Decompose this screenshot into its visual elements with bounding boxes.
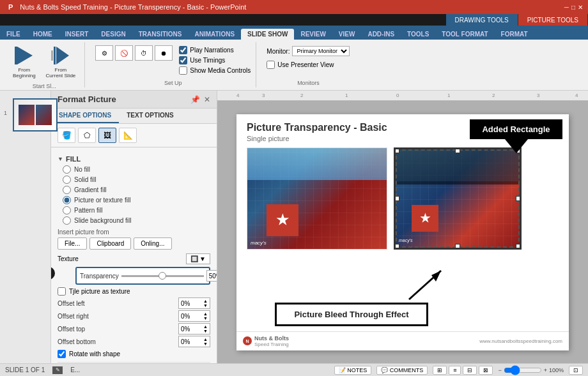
online-button[interactable]: Onling... bbox=[134, 237, 171, 250]
format-panel-close-btn[interactable]: ✕ bbox=[204, 95, 210, 104]
texture-picker[interactable]: 🔲 ▼ bbox=[186, 253, 210, 264]
context-tabs: DRAWING TOOLS PICTURE TOOLS bbox=[0, 14, 588, 26]
tile-picture-checkbox[interactable]: Tjle picture as texture bbox=[58, 287, 210, 296]
tab-shape-options[interactable]: SHAPE OPTIONS bbox=[51, 109, 119, 123]
play-narrations-checkbox[interactable]: Play Narrations bbox=[179, 46, 251, 54]
rotate-with-shape-checkbox[interactable]: Rotate with shape bbox=[58, 350, 210, 358]
footer-brand-text: Nuts & Bolts Speed Training bbox=[254, 335, 289, 347]
from-beginning-button[interactable]: FromBeginning bbox=[9, 43, 40, 80]
file-button[interactable]: File... bbox=[58, 237, 87, 250]
minimize-btn[interactable]: ─ bbox=[564, 4, 569, 11]
size-properties-icon[interactable]: 📐 bbox=[119, 128, 137, 143]
tab-insert[interactable]: INSERT bbox=[59, 29, 95, 40]
comments-label: COMMENTS bbox=[390, 367, 424, 373]
picture-tools-tab[interactable]: PICTURE TOOLS bbox=[518, 14, 588, 26]
tab-addins[interactable]: ADD-INS bbox=[361, 29, 401, 40]
record-show-button[interactable]: ⏺ bbox=[155, 45, 173, 61]
zoom-in-icon[interactable]: + bbox=[544, 367, 547, 373]
status-icon-1[interactable]: ✎ bbox=[52, 366, 63, 374]
slide-canvas: Picture Transparency - Basic Single pict… bbox=[217, 101, 588, 363]
outline-view-btn[interactable]: ≡ bbox=[449, 366, 461, 375]
transparency-value-input[interactable]: 50% ▲ ▼ bbox=[206, 270, 217, 282]
no-fill-option[interactable]: No fill bbox=[63, 165, 210, 174]
format-panel-close[interactable]: 📌 ✕ bbox=[190, 95, 210, 104]
status-icon-1-glyph: ✎ bbox=[56, 367, 60, 373]
footer-logo: N Nuts & Bolts Speed Training bbox=[243, 335, 289, 347]
slide-thumbnail[interactable] bbox=[13, 98, 58, 132]
slide-sorter-btn[interactable]: ⊟ bbox=[463, 366, 477, 375]
zoom-level: 100% bbox=[549, 367, 564, 373]
svg-marker-4 bbox=[56, 47, 69, 64]
presenter-view-checkbox[interactable]: Use Presenter View bbox=[267, 61, 350, 69]
transparency-value: 50% bbox=[209, 273, 217, 280]
offset-top-input[interactable]: 0% ▲▼ bbox=[178, 323, 210, 335]
line-section-header[interactable]: ▶ LINE bbox=[58, 362, 210, 363]
solid-fill-option[interactable]: Solid fill bbox=[63, 176, 210, 184]
slide-images-row: ★ macy's ★ macy's bbox=[236, 147, 569, 250]
close-btn[interactable]: ✕ bbox=[578, 4, 583, 11]
rotate-with-shape-label: Rotate with shape bbox=[69, 350, 120, 357]
normal-view-btn[interactable]: ⊞ bbox=[433, 366, 447, 375]
slide-image-2[interactable]: ★ macy's bbox=[394, 147, 522, 250]
drawing-tools-tab[interactable]: DRAWING TOOLS bbox=[446, 14, 518, 26]
tab-review[interactable]: REVIEW bbox=[294, 29, 332, 40]
clipboard-button[interactable]: Clipboard bbox=[89, 237, 131, 250]
notes-button[interactable]: 📝 NOTES bbox=[334, 366, 372, 375]
tab-tools[interactable]: Tools bbox=[401, 29, 435, 40]
slide-background-fill-option[interactable]: Slide background fill bbox=[63, 216, 210, 225]
monitor-label: Monitor: bbox=[267, 48, 290, 55]
tab-file[interactable]: FILE bbox=[0, 29, 27, 40]
fill-line-icon[interactable]: 🪣 bbox=[58, 128, 75, 143]
reading-view-btn[interactable]: ⊠ bbox=[479, 366, 493, 375]
tab-format-drawing[interactable]: toOL ForMAT bbox=[435, 29, 494, 40]
format-panel-pin[interactable]: 📌 bbox=[190, 95, 200, 104]
offset-left-input[interactable]: 0% ▲▼ bbox=[178, 297, 210, 309]
slide-image-1[interactable]: ★ macy's bbox=[247, 147, 387, 250]
tab-format-picture[interactable]: FORMAT bbox=[495, 29, 534, 40]
set-up-show-button[interactable]: ⚙ bbox=[95, 45, 113, 61]
slide-page[interactable]: Picture Transparency - Basic Single pict… bbox=[236, 114, 569, 350]
hide-slide-button[interactable]: 🚫 bbox=[115, 45, 133, 61]
tab-text-options[interactable]: TEXT OPTIONS bbox=[119, 109, 181, 123]
fill-section-header[interactable]: ▼ FILL bbox=[58, 155, 210, 163]
window-controls[interactable]: ─ □ ✕ bbox=[564, 4, 583, 11]
tab-design[interactable]: DESIGN bbox=[95, 29, 132, 40]
offset-left-spinner[interactable]: ▲▼ bbox=[203, 299, 208, 308]
pattern-fill-option[interactable]: Pattern fill bbox=[63, 206, 210, 214]
macys-text: macy's bbox=[251, 240, 267, 246]
offset-top-spinner[interactable]: ▲▼ bbox=[203, 324, 208, 333]
slideshow-checkboxes: Play Narrations Use Timings Show Media C… bbox=[179, 43, 251, 77]
effects-icon[interactable]: ⬠ bbox=[78, 128, 96, 143]
picture-texture-fill-option[interactable]: Picture or texture fill bbox=[63, 196, 210, 204]
rehearse-timings-button[interactable]: ⏱ bbox=[135, 45, 153, 61]
use-timings-checkbox[interactable]: Use Timings bbox=[179, 56, 251, 64]
offset-right-spinner[interactable]: ▲▼ bbox=[203, 312, 208, 320]
notes-icon: 📝 bbox=[339, 367, 346, 373]
offset-bottom-input[interactable]: 0% ▲▼ bbox=[178, 336, 210, 347]
offset-right-input[interactable]: 0% ▲▼ bbox=[178, 310, 210, 322]
tab-transitions[interactable]: TRANSITIONS bbox=[132, 29, 189, 40]
tab-home[interactable]: HOME bbox=[27, 29, 59, 40]
offset-bottom-spinner[interactable]: ▲▼ bbox=[203, 337, 208, 346]
gradient-fill-option[interactable]: Gradient fill bbox=[63, 186, 210, 194]
fit-window-btn[interactable]: ⊡ bbox=[569, 366, 583, 375]
comments-button[interactable]: 💬 COMMENTS bbox=[376, 366, 428, 375]
horizontal-ruler: 4 3 2 1 0 1 2 3 4 bbox=[217, 91, 588, 101]
tab-animations[interactable]: ANIMATIONS bbox=[188, 29, 241, 40]
rotate-handle[interactable] bbox=[455, 147, 460, 148]
tab-slideshow[interactable]: SLIDE SHOW bbox=[241, 29, 294, 40]
tab-view[interactable]: VIEW bbox=[332, 29, 362, 40]
zoom-out-icon[interactable]: − bbox=[498, 367, 501, 373]
svg-rect-0 bbox=[15, 47, 17, 64]
fill-options: No fill Solid fill Gradient fill Picture… bbox=[63, 165, 210, 225]
from-current-button[interactable]: FromCurrent Slide bbox=[42, 43, 80, 80]
show-media-controls-checkbox[interactable]: Show Media Controls bbox=[179, 66, 251, 75]
picture-icon[interactable]: 🖼 bbox=[98, 128, 116, 143]
comments-icon: 💬 bbox=[381, 367, 388, 373]
maximize-btn[interactable]: □ bbox=[571, 4, 575, 11]
zoom-slider[interactable] bbox=[504, 365, 542, 375]
monitor-select[interactable]: Primary Monitor bbox=[292, 46, 350, 56]
format-panel-header: Format Picture 📌 ✕ bbox=[51, 91, 217, 109]
transparency-slider[interactable] bbox=[121, 275, 204, 277]
format-panel-content: ▼ FILL No fill Solid fill Gradient fill … bbox=[51, 147, 217, 363]
